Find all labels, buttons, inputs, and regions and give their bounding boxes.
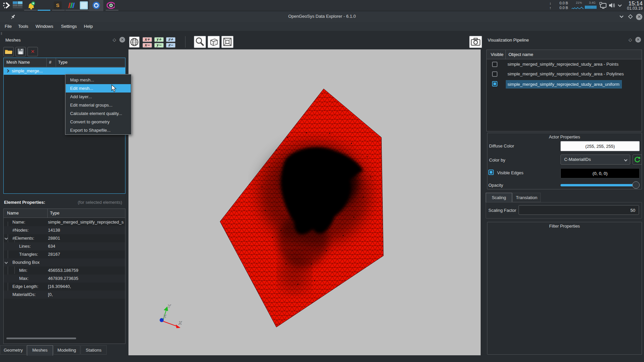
element-properties-label: Element Properties: (4, 200, 45, 205)
tab-translation[interactable]: Translation (513, 193, 541, 202)
ep-row[interactable]: #Elements:28801 (4, 234, 125, 242)
tab-meshes[interactable]: Meshes (27, 345, 53, 356)
close-icon[interactable]: ✕ (636, 14, 642, 20)
edge-color-button[interactable]: (0, 0, 0) (560, 168, 640, 178)
col-mesh-name[interactable]: Mesh Name (6, 60, 30, 65)
menu-item-map-mesh[interactable]: Map mesh... (66, 76, 131, 84)
ep-row[interactable]: Name:simple_merged_simplify_reprojected_… (4, 218, 125, 226)
save-mesh-button[interactable] (15, 47, 26, 56)
app-window-icon[interactable] (80, 1, 88, 9)
ep-col-name[interactable]: Name (7, 210, 19, 216)
collapse-chevron-icon[interactable] (5, 237, 8, 240)
ep-row[interactable]: Edge Length:[16.309440, (4, 283, 125, 291)
horizontal-scrollbar[interactable] (6, 338, 76, 339)
pipeline-row-selected[interactable]: simple_merged_simplify_reprojected_study… (487, 79, 642, 89)
open-mesh-button[interactable] (3, 47, 14, 56)
tab-scaling[interactable]: Scaling (486, 193, 512, 202)
element-properties-hint: (for selected elements) (55, 200, 122, 205)
network-monitor-icon[interactable] (599, 2, 607, 9)
app-sublime-icon[interactable]: S (54, 1, 62, 9)
dock-close-icon[interactable]: ✕ (635, 37, 641, 43)
view-x-minus-button[interactable]: x− (143, 43, 152, 48)
col-type[interactable]: Type (58, 60, 67, 65)
app-launcher-icon[interactable] (3, 1, 11, 9)
perspective-toggle-button[interactable] (208, 36, 220, 48)
window-title: OpenGeoSys Data Explorer - 6.1.0 (0, 14, 644, 19)
dock-close-icon[interactable]: ✕ (119, 37, 125, 43)
globe-view-button[interactable] (129, 37, 140, 48)
ep-row[interactable]: Bounding Box (4, 258, 125, 266)
screenshot-button[interactable] (469, 36, 482, 48)
visibility-checkbox-checked[interactable] (492, 81, 497, 86)
scaling-factor-input[interactable]: 50 (519, 205, 639, 215)
ep-row[interactable]: MaterialIDs:[0, (4, 291, 125, 299)
view-z-minus-button[interactable]: z− (166, 43, 175, 48)
menu-help[interactable]: Help (83, 24, 94, 29)
menu-windows[interactable]: Windows (34, 24, 55, 29)
pipeline-row[interactable]: simple_merged_simplify_reprojected_study… (487, 70, 642, 79)
mesh-row-selected[interactable]: simple_merge... (4, 67, 125, 75)
visible-edges-label: Visible Edges (497, 170, 524, 175)
color-by-combobox[interactable]: C-MaterialIDs (560, 155, 630, 165)
app-gimp-slashes-icon[interactable] (67, 1, 75, 9)
tab-stations[interactable]: Stations (80, 345, 107, 355)
fit-view-button[interactable] (221, 36, 233, 48)
volume-icon[interactable] (608, 2, 615, 9)
ep-row[interactable]: Triangles:28167 (4, 250, 125, 258)
menu-item-export-shapefile[interactable]: Export to Shapefile... (66, 126, 131, 134)
menu-item-add-layer[interactable]: Add layer... (66, 93, 131, 101)
view-y-plus-button[interactable]: y+ (154, 37, 164, 42)
maximize-icon[interactable] (628, 14, 634, 20)
float-icon[interactable]: ◇ (629, 37, 632, 42)
opacity-slider-track[interactable] (560, 184, 637, 186)
window-titlebar[interactable]: OpenGeoSys Data Explorer - 6.1.0 ✕ (0, 11, 644, 22)
ep-row[interactable]: Min:456553.186759 (4, 266, 125, 275)
menu-tools[interactable]: Tools (17, 24, 30, 29)
tab-modelling[interactable]: Modelling (53, 345, 80, 355)
refresh-colors-button[interactable] (633, 155, 642, 165)
visible-edges-checkbox[interactable] (488, 170, 494, 175)
pipeline-dock-title: Visualization Pipeline (488, 38, 529, 43)
menu-item-convert-geometry[interactable]: Convert to geometry (66, 118, 131, 126)
notifications-icon[interactable] (27, 1, 35, 9)
tab-geometry[interactable]: Geometry (0, 345, 26, 355)
diffuse-color-button[interactable]: (255, 255, 255) (560, 141, 640, 151)
tray-expander-chevron-icon[interactable] (618, 4, 622, 7)
ep-col-type[interactable]: Type (50, 210, 59, 216)
mem-meter[interactable] (585, 5, 597, 9)
pager-icon[interactable] (13, 1, 23, 9)
menu-file[interactable]: File (3, 24, 13, 29)
menu-item-edit-materials[interactable]: Edit material groups... (66, 101, 131, 109)
render-viewport[interactable]: X Y Z (128, 49, 481, 355)
remove-mesh-button[interactable]: ✕ (28, 47, 38, 56)
scaling-factor-label: Scaling Factor (488, 208, 516, 213)
active-task-tile[interactable] (89, 0, 103, 11)
clock-date[interactable]: 01.03.19 (624, 6, 643, 11)
app-paraview-eye-icon[interactable] (107, 1, 115, 9)
collapse-chevron-icon[interactable] (5, 261, 8, 264)
pipeline-row[interactable]: simple_merged_simplify_reprojected_study… (487, 60, 642, 70)
visibility-checkbox-unchecked[interactable] (492, 71, 497, 77)
menu-settings[interactable]: Settings (60, 24, 78, 29)
zoom-tool-button[interactable] (194, 36, 206, 48)
view-y-minus-button[interactable]: y− (154, 43, 164, 48)
menu-item-edit-mesh[interactable]: Edit mesh... (66, 84, 131, 93)
ep-header: Name Type (4, 209, 125, 218)
menu-item-element-quality[interactable]: Calculate element quality... (66, 109, 131, 118)
visibility-checkbox-unchecked[interactable] (492, 62, 497, 67)
float-icon[interactable]: ◇ (113, 37, 116, 42)
ep-row[interactable]: Max:467839.273635 (4, 275, 125, 283)
task-underline (106, 10, 118, 11)
ep-row[interactable]: #Nodes:14138 (4, 226, 125, 234)
view-z-plus-button[interactable]: z+ (166, 37, 175, 42)
opacity-slider-handle[interactable] (632, 181, 640, 189)
cpu-graph[interactable] (572, 6, 584, 9)
col-object-name[interactable]: Object name (508, 52, 533, 57)
col-visible[interactable]: Visible (491, 52, 503, 57)
view-x-plus-button[interactable]: x+ (143, 37, 152, 42)
col-count[interactable]: # (49, 60, 51, 65)
mesh-render: X Y Z (128, 50, 481, 356)
expand-chevron-icon[interactable] (6, 69, 9, 73)
minimize-icon[interactable] (619, 15, 625, 21)
ep-row[interactable]: Lines:634 (4, 242, 125, 250)
